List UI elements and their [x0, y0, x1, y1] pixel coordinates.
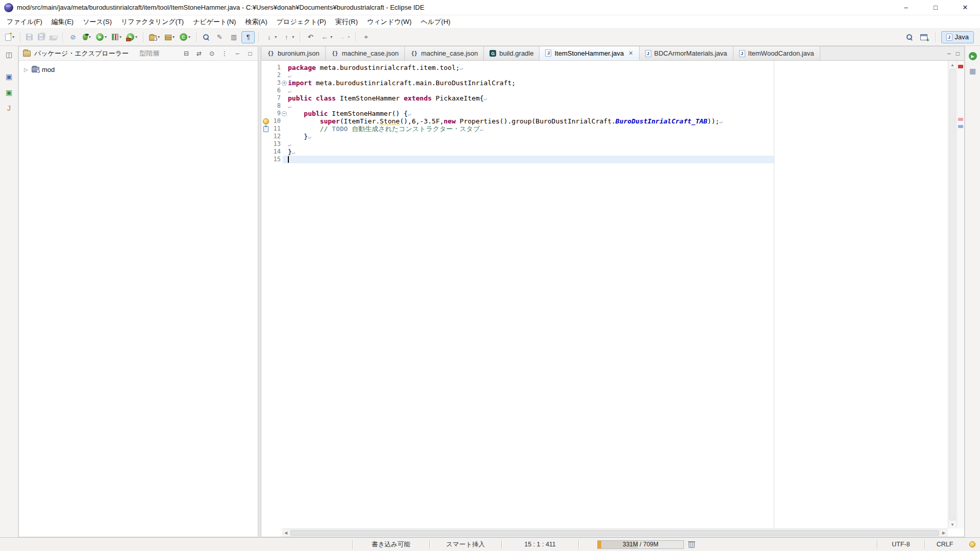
scroll-left-icon[interactable]: ◀ — [282, 531, 290, 535]
fold-expand-icon[interactable]: + — [282, 81, 287, 86]
line-number[interactable]: 11 — [271, 125, 281, 133]
code-text[interactable]: ↵ — [288, 102, 948, 110]
type-hierarchy-tab[interactable]: 型階層 — [132, 49, 159, 58]
dropdown-arrow-icon[interactable]: ▾ — [330, 35, 332, 39]
menu-refactor[interactable]: リファクタリング(T) — [116, 16, 188, 28]
dropdown-arrow-icon[interactable]: ▾ — [275, 35, 277, 39]
editor-tab-buronium-json[interactable]: {}buronium.json — [261, 46, 326, 60]
marker-gutter[interactable] — [261, 94, 271, 102]
code-text[interactable]: package meta.burodustinrialcraft.item.to… — [288, 64, 948, 71]
menu-search[interactable]: 検索(A) — [240, 16, 272, 28]
close-window-button[interactable]: ✕ — [950, 0, 980, 15]
marker-gutter[interactable] — [261, 110, 271, 117]
menu-navigate[interactable]: ナビゲート(N) — [188, 16, 240, 28]
editor-tab-itemwoodcardon-java[interactable]: JItemWoodCardon.java — [733, 46, 820, 60]
marker-gutter[interactable] — [261, 140, 271, 148]
pin-editor-button[interactable]: ⌖ — [359, 31, 373, 43]
package-explorer-tab[interactable]: パッケージ・エクスプローラー — [34, 49, 129, 58]
back-button[interactable]: ←▾ — [318, 31, 334, 43]
view-menu-icon[interactable]: ⋮ — [221, 50, 228, 57]
close-tab-icon[interactable]: ✕ — [628, 50, 633, 57]
marker-gutter[interactable] — [261, 133, 271, 140]
menu-project[interactable]: プロジェクト(P) — [272, 16, 331, 28]
overview-warning-mark[interactable] — [958, 118, 963, 121]
run-button[interactable]: ▾ — [94, 31, 109, 43]
editor-tab-machine-case-json[interactable]: {}machine_case.json — [405, 46, 484, 60]
marker-gutter[interactable] — [261, 71, 271, 79]
minimize-window-button[interactable]: – — [891, 0, 921, 15]
new-java-project-button[interactable]: ▾ — [147, 31, 162, 43]
overview-task-mark[interactable] — [958, 125, 963, 128]
editor-tab-itemstonehammer-java[interactable]: JItemStoneHammer.java✕ — [540, 46, 639, 60]
fold-gutter[interactable] — [281, 71, 288, 79]
menu-file[interactable]: ファイル(F) — [2, 16, 47, 28]
code-text[interactable]: ↵ — [288, 71, 948, 79]
show-whitespace-button[interactable]: ¶ — [241, 31, 255, 43]
fold-gutter[interactable] — [281, 156, 288, 163]
code-line[interactable]: 13↵ — [261, 140, 948, 148]
run-garbage-collector-button[interactable] — [689, 541, 695, 548]
filters-icon[interactable]: ⊙ — [208, 50, 215, 57]
collapse-all-icon[interactable]: ⊟ — [183, 50, 190, 57]
previous-annotation-button[interactable]: ↑▾ — [280, 31, 296, 43]
new-package-button[interactable]: ▾ — [163, 31, 177, 43]
fold-gutter[interactable] — [281, 117, 288, 125]
line-number[interactable]: 6 — [271, 87, 281, 94]
run-external-tools-button[interactable]: ▾ — [125, 31, 139, 43]
fold-gutter[interactable] — [281, 102, 288, 110]
tree-item-mod[interactable]: ▷mod — [22, 64, 255, 74]
dropdown-arrow-icon[interactable]: ▾ — [89, 35, 91, 39]
fold-gutter[interactable] — [281, 125, 288, 133]
line-number[interactable]: 7 — [271, 94, 281, 102]
minimized-grid-view-icon[interactable]: ▦ — [968, 66, 978, 76]
open-perspective-button[interactable] — [918, 31, 929, 43]
minimized-view-icon-3[interactable]: J — [4, 104, 14, 113]
code-editor[interactable]: 1package meta.burodustinrialcraft.item.t… — [261, 61, 948, 529]
menu-edit[interactable]: 編集(E) — [47, 16, 78, 28]
code-line[interactable]: 9− public ItemStoneHammer() {↵ — [261, 110, 948, 117]
scroll-up-icon[interactable]: ▲ — [948, 61, 957, 69]
code-line[interactable]: 2↵ — [261, 71, 948, 79]
dropdown-arrow-icon[interactable]: ▾ — [135, 35, 137, 39]
fold-gutter[interactable] — [281, 140, 288, 148]
code-line[interactable]: 8↵ — [261, 102, 948, 110]
marker-gutter[interactable] — [261, 148, 271, 156]
menu-run[interactable]: 実行(R) — [331, 16, 362, 28]
java-perspective-button[interactable]: J Java — [941, 31, 974, 43]
menu-help[interactable]: ヘルプ(H) — [416, 16, 455, 28]
overview-problem-indicator[interactable] — [958, 65, 963, 68]
code-line[interactable]: 1package meta.burodustinrialcraft.item.t… — [261, 64, 948, 71]
restore-minimized-views-icon[interactable]: ◫ — [4, 50, 14, 59]
maximize-editor-icon[interactable]: □ — [956, 50, 960, 57]
line-number[interactable]: 2 — [271, 71, 281, 79]
dropdown-arrow-icon[interactable]: ▾ — [173, 35, 175, 39]
toggle-mark-occurrences-button[interactable]: ✎ — [213, 31, 226, 43]
line-number[interactable]: 14 — [271, 148, 281, 156]
code-text[interactable]: }↵ — [288, 133, 948, 140]
code-line[interactable]: 11 // TODO 自動生成されたコンストラクター・スタブ↵ — [261, 125, 948, 133]
task-marker-icon[interactable] — [263, 126, 268, 132]
code-text[interactable]: public class ItemStoneHammer extends Pic… — [288, 94, 948, 102]
code-text[interactable]: }↵ — [288, 148, 948, 156]
marker-gutter[interactable] — [261, 79, 271, 87]
code-line[interactable]: 14}↵ — [261, 148, 948, 156]
skip-all-breakpoints-button[interactable]: ⊘ — [66, 31, 80, 43]
vertical-scroll-thumb[interactable] — [949, 69, 955, 520]
minimized-view-icon-1[interactable]: ▣ — [4, 72, 14, 81]
next-annotation-button[interactable]: ↓▾ — [262, 31, 279, 43]
line-number[interactable]: 1 — [271, 64, 281, 71]
warning-marker-icon[interactable] — [263, 118, 269, 124]
marker-gutter[interactable] — [261, 87, 271, 94]
code-text[interactable]: public ItemStoneHammer() {↵ — [288, 110, 948, 117]
editor-tab-build-gradle[interactable]: Gbuild.gradle — [484, 46, 540, 60]
horizontal-scrollbar[interactable]: ◀ ▶ — [282, 529, 948, 537]
fold-gutter[interactable] — [281, 94, 288, 102]
dropdown-arrow-icon[interactable]: ▾ — [292, 35, 294, 39]
dropdown-arrow-icon[interactable]: ▾ — [348, 35, 350, 39]
editor-tab-bdcarmormaterials-java[interactable]: JBDCArmorMaterials.java — [640, 46, 733, 60]
code-line[interactable]: 6↵ — [261, 87, 948, 94]
marker-gutter[interactable] — [261, 102, 271, 110]
menu-source[interactable]: ソース(S) — [78, 16, 116, 28]
dropdown-arrow-icon[interactable]: ▾ — [188, 35, 190, 39]
code-text[interactable]: ↵ — [288, 87, 948, 94]
